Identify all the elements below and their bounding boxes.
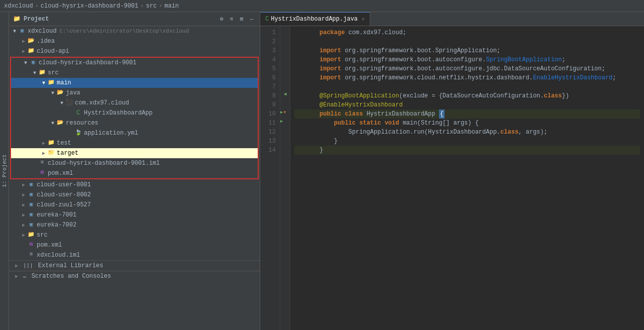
expand-arrow: ▶: [40, 140, 47, 146]
code-line-10: public class HystrixDashboardApp {: [294, 109, 640, 119]
gutter-line-7: [280, 80, 290, 89]
gutter: ◀ ▶ ▼ ▶: [280, 26, 290, 330]
scratches-item[interactable]: ▶ ✏ Scratches and Consoles: [9, 271, 260, 281]
tree-item-package[interactable]: ▼ ⬛ com.xdx97.cloud: [11, 98, 258, 108]
path-label: C:\Users\Administrator\Desktop\xdxcloud: [60, 28, 189, 34]
tree-item-cloud-api[interactable]: ▶ 📁 cloud-api: [9, 46, 260, 56]
tree-item-cloud-user-8002[interactable]: ▶ ▣ cloud-user-8002: [9, 190, 260, 200]
library-icon: |||: [23, 263, 33, 269]
gutter-line-11: ▶: [280, 117, 290, 126]
settings-icon[interactable]: ⚙: [218, 15, 226, 23]
expand-arrow: ▶: [20, 192, 27, 198]
code-line-4: import org.springframework.boot.autoconf…: [294, 55, 640, 64]
tree-item-main[interactable]: ▼ 📁 main: [11, 78, 258, 88]
module-icon: ▣: [27, 181, 35, 189]
run-icon[interactable]: ▶: [280, 109, 283, 115]
run-icon-11[interactable]: ▶: [280, 119, 283, 124]
tree-item-src-root[interactable]: ▶ 📁 src: [9, 230, 260, 240]
collapse-icon[interactable]: —: [248, 15, 256, 23]
expand-arrow: ▶: [20, 38, 27, 44]
breadcrumb-item-src[interactable]: src: [146, 3, 157, 10]
tree-label: pom.xml: [37, 242, 62, 249]
breadcrumb-item-project[interactable]: cloud-hysrix-dashboard-9001: [41, 3, 138, 10]
tree-item-java[interactable]: ▼ 📂 java: [11, 88, 258, 98]
folder-icon: 📁: [47, 139, 55, 147]
resources-icon: 📂: [56, 119, 64, 127]
breadcrumb-item-xdxcloud[interactable]: xdxcloud: [4, 3, 33, 10]
tree-item-iml[interactable]: ▶ ≡ cloud-hysrix-dashboard-9001.iml: [11, 158, 258, 168]
module-icon: ▣: [29, 59, 37, 67]
tree-label: target: [57, 150, 78, 157]
sidebar-title: Project: [24, 16, 49, 23]
external-libraries-item[interactable]: ▶ ||| External Libraries: [9, 260, 260, 271]
expand-arrow: ▼: [22, 60, 29, 66]
project-icon: 📁: [13, 15, 21, 23]
maven-icon: m: [27, 241, 35, 249]
more-icon[interactable]: ⊞: [238, 15, 246, 23]
tree-item-src[interactable]: ▼ 📁 src: [11, 68, 258, 78]
sidebar-header-right: ⚙ ≡ ⊞ —: [218, 15, 256, 23]
scratches-label: Scratches and Consoles: [32, 273, 111, 280]
expand-arrow: ▶: [67, 130, 74, 136]
tree-item-xdxcloud[interactable]: ▼ ▣ xdxcloud C:\Users\Administrator\Desk…: [9, 26, 260, 36]
sidebar-header-left: 📁 Project: [13, 15, 49, 23]
sidebar-left-label: 1: Project: [0, 12, 9, 330]
expand-arrow: ▼: [58, 100, 65, 106]
breadcrumb-item-main[interactable]: main: [164, 3, 179, 10]
folder-icon: 📁: [27, 231, 35, 239]
scratches-icon: ✏: [23, 273, 27, 280]
tree-label: cloud-hysrix-dashboard-9001: [39, 59, 136, 66]
code-line-8: @SpringBootApplication(exclude = {DataSo…: [294, 91, 640, 100]
expand-arrow: ▶: [20, 182, 27, 188]
tree-label: cloud-zuul-9527: [37, 201, 91, 208]
sidebar: 📁 Project ⚙ ≡ ⊞ — ▼ ▣ xdxcloud C:\Users\…: [9, 12, 260, 330]
tree-item-hystrix-class[interactable]: ▶ C HystrixDashboardApp: [11, 108, 258, 118]
tree-item-eureka-7001[interactable]: ▶ ▣ eureka-7001: [9, 210, 260, 220]
tree-item-application-yml[interactable]: ▶ 🍃 application.yml: [11, 128, 258, 138]
tree-label: src: [48, 69, 59, 76]
tree-item-resources[interactable]: ▼ 📂 resources: [11, 118, 258, 128]
tree-item-target[interactable]: ▶ 📁 target: [11, 148, 258, 158]
folder-blue-icon: 📁: [47, 79, 55, 87]
code-line-2: [294, 37, 640, 46]
expand-arrow: ▶: [13, 273, 20, 279]
iml-icon: ≡: [27, 251, 35, 259]
external-libraries-label: External Libraries: [38, 262, 103, 269]
tree-label: .idea: [37, 38, 55, 45]
tree-item-idea[interactable]: ▶ 📂 .idea: [9, 36, 260, 46]
gear-icon[interactable]: ≡: [228, 15, 236, 23]
breadcrumb-bar: xdxcloud › cloud-hysrix-dashboard-9001 ›…: [0, 0, 644, 12]
editor-tab-active[interactable]: C HystrixDashboardApp.java ✕: [260, 12, 370, 26]
expand-arrow: ▼: [31, 70, 38, 76]
gutter-line-14: [280, 144, 290, 153]
code-line-9: @EnableHystrixDashboard: [294, 100, 640, 109]
debug-icon[interactable]: ▼: [283, 110, 286, 115]
tree-item-pom-root[interactable]: ▶ m pom.xml: [9, 240, 260, 250]
package-icon: ⬛: [65, 99, 73, 107]
gutter-line-12: [280, 126, 290, 135]
target-folder-icon: 📁: [47, 149, 55, 157]
highlighted-module-section: ▼ ▣ cloud-hysrix-dashboard-9001 ▼ 📁 src …: [10, 57, 259, 179]
module-icon: ▣: [27, 191, 35, 199]
tree-item-cloud-user-8001[interactable]: ▶ ▣ cloud-user-8001: [9, 180, 260, 190]
expand-arrow: ▼: [49, 90, 56, 96]
tree-label: xdxcloud.iml: [37, 252, 80, 259]
tree-item-xdxcloud-iml[interactable]: ▶ ≡ xdxcloud.iml: [9, 250, 260, 260]
expand-arrow: ▶: [20, 202, 27, 208]
java-source-icon: 📂: [56, 89, 64, 97]
tree-item-pom-xml[interactable]: ▶ m pom.xml: [11, 168, 258, 178]
expand-arrow: ▶: [20, 232, 27, 238]
editor-content: 1 2 3 4 5 6 7 8 9 10 11 12 13 14: [260, 26, 644, 330]
tree-item-test[interactable]: ▶ 📁 test: [11, 138, 258, 148]
expand-arrow: ▶: [20, 48, 27, 54]
tree-label: main: [57, 79, 71, 86]
expand-arrow: ▶: [20, 212, 27, 218]
tree-item-cloud-hysrix[interactable]: ▼ ▣ cloud-hysrix-dashboard-9001: [11, 58, 258, 68]
tab-close-button[interactable]: ✕: [362, 16, 365, 22]
tree-label: eureka-7001: [37, 211, 76, 218]
code-editor[interactable]: package com.xdx97.cloud; import org.spri…: [290, 26, 644, 330]
tree-item-cloud-zuul[interactable]: ▶ ▣ cloud-zuul-9527: [9, 200, 260, 210]
editor-tabs: C HystrixDashboardApp.java ✕: [260, 12, 644, 26]
tree-item-eureka-7002[interactable]: ▶ ▣ eureka-7002: [9, 220, 260, 230]
expand-arrow: ▶: [31, 160, 38, 166]
